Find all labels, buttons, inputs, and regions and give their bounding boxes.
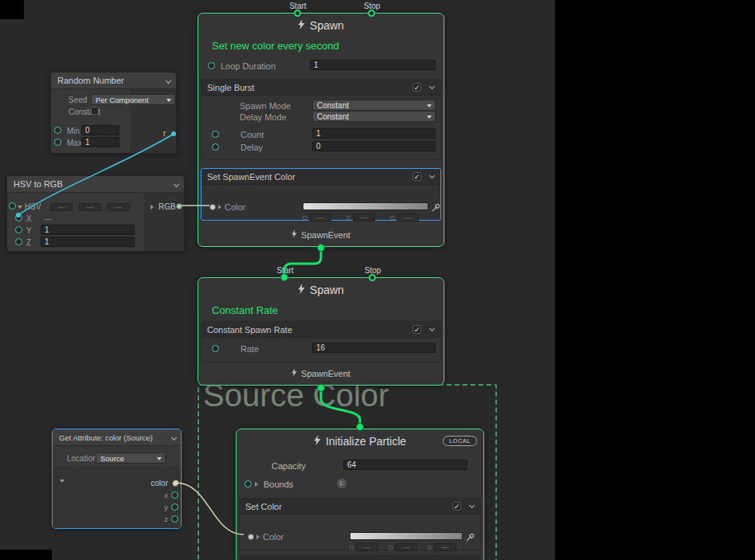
color-expander-icon[interactable] xyxy=(218,205,221,210)
spawnevent-output: SpawnEvent xyxy=(198,368,444,378)
z-port[interactable] xyxy=(15,238,22,245)
random-number-collapse-icon[interactable] xyxy=(166,78,171,84)
vfx-graph-canvas[interactable]: Source Color Start Stop Spawn Set new co… xyxy=(0,0,755,560)
delay-mode-dropdown[interactable]: Constant xyxy=(312,111,436,122)
attr-expander-icon[interactable] xyxy=(60,480,65,483)
x-output-label: x xyxy=(164,491,168,499)
x-connected-value: — xyxy=(44,214,52,223)
hsv-sub-x: — xyxy=(50,203,72,211)
z-output-port[interactable] xyxy=(171,515,178,523)
constant-spawn-rate-enabled-checkbox[interactable] xyxy=(413,325,421,334)
color-sub-y: — xyxy=(346,213,375,221)
hsv-port[interactable] xyxy=(9,202,16,210)
loop-duration-port[interactable] xyxy=(208,62,215,69)
local-space-badge[interactable]: LOCAL xyxy=(443,436,477,446)
node-title-random-number: Random Number xyxy=(51,72,176,89)
color-sub-z: — xyxy=(390,213,419,221)
location-dropdown[interactable]: Source xyxy=(96,452,166,464)
x-port[interactable] xyxy=(15,214,22,221)
system-note: Set new color every second xyxy=(212,40,339,52)
color-picker-icon[interactable] xyxy=(432,201,440,215)
color-gradient-field[interactable] xyxy=(303,202,428,210)
block-set-color[interactable]: Set Color Color — — — xyxy=(239,498,481,550)
z-output-label: z xyxy=(164,515,168,523)
bounds-label: Bounds xyxy=(264,480,293,489)
link-icon xyxy=(389,546,393,550)
block-constant-spawn-rate[interactable]: Constant Spawn Rate Rate 16 xyxy=(201,321,441,362)
color-expander-icon[interactable] xyxy=(256,535,260,539)
block-header-set-color: Set Color xyxy=(240,499,480,515)
loop-duration-field[interactable]: 1 xyxy=(310,60,436,70)
block-header-constant-spawn-rate: Constant Spawn Rate xyxy=(201,322,440,338)
bounds-expander-icon[interactable] xyxy=(255,482,258,487)
color-label: Color xyxy=(263,532,284,542)
constant-spawn-rate-collapse-icon[interactable] xyxy=(429,326,435,331)
min-label: Min xyxy=(67,127,80,135)
count-port[interactable] xyxy=(212,131,219,138)
rgb-output-port[interactable] xyxy=(176,203,182,210)
x-label: X xyxy=(26,214,32,223)
node-get-attribute-color[interactable]: Get Attribute: color (Source) Location S… xyxy=(52,429,182,529)
single-burst-enabled-checkbox[interactable] xyxy=(413,83,421,92)
node-random-number[interactable]: Random Number Seed Per Component Constan… xyxy=(50,72,177,154)
node-spawn-2[interactable]: Start Stop Spawn Constant Rate Constant … xyxy=(198,277,444,386)
block-set-spawnevent-color[interactable]: Set SpawnEvent Color Color — — — xyxy=(201,168,441,221)
single-burst-collapse-icon[interactable] xyxy=(429,84,435,89)
bounds-link-badge[interactable]: L xyxy=(337,479,346,488)
constant-checkbox[interactable] xyxy=(91,107,99,115)
y-output-port[interactable] xyxy=(171,503,178,511)
delay-field[interactable]: 0 xyxy=(312,141,436,151)
color-port[interactable] xyxy=(248,534,254,540)
spawn-bolt-icon xyxy=(298,284,305,296)
block-single-burst[interactable]: Single Burst Spawn Mode Constant Delay M… xyxy=(201,79,441,160)
color-output-port[interactable] xyxy=(172,480,178,487)
set-spawnevent-color-collapse-icon[interactable] xyxy=(429,173,435,178)
z-field[interactable]: 1 xyxy=(41,237,135,247)
z-label: Z xyxy=(26,238,31,247)
y-output-label: y xyxy=(164,503,168,511)
rate-field[interactable]: 16 xyxy=(312,343,436,353)
delay-mode-label: Delay Mode xyxy=(240,112,287,122)
min-field[interactable]: 0 xyxy=(81,125,119,135)
get-attribute-collapse-icon[interactable] xyxy=(171,435,177,441)
capacity-label: Capacity xyxy=(272,461,306,471)
spawn-mode-label: Spawn Mode xyxy=(240,101,291,111)
block-header-single-burst: Single Burst xyxy=(201,80,440,96)
hsv-expander-icon[interactable] xyxy=(18,206,22,209)
set-spawnevent-color-enabled-checkbox[interactable] xyxy=(413,172,421,181)
node-initialize-particle[interactable]: Initialize Particle LOCAL Capacity 64 Bo… xyxy=(236,429,484,560)
flow-label-start: Start xyxy=(276,266,293,275)
block-header-set-spawnevent-color: Set SpawnEvent Color xyxy=(201,169,440,185)
node-title-get-attribute: Get Attribute: color (Source) xyxy=(53,429,181,446)
capacity-field[interactable]: 64 xyxy=(343,460,467,470)
spawnevent-bolt-icon xyxy=(291,368,297,378)
rate-port[interactable] xyxy=(212,345,219,352)
y-port[interactable] xyxy=(15,226,22,233)
location-label: Location xyxy=(67,454,97,463)
seed-dropdown[interactable]: Per Component xyxy=(91,94,175,105)
min-port[interactable] xyxy=(54,127,61,134)
delay-port[interactable] xyxy=(212,143,219,151)
max-port[interactable] xyxy=(54,139,61,146)
color-picker-icon[interactable] xyxy=(466,531,475,545)
color-sub-z: — xyxy=(428,543,456,551)
set-color-enabled-checkbox[interactable] xyxy=(452,502,461,511)
spawn-mode-dropdown[interactable]: Constant xyxy=(312,100,436,111)
max-field[interactable]: 1 xyxy=(81,137,119,147)
color-port[interactable] xyxy=(209,204,216,210)
hsv-to-rgb-collapse-icon[interactable] xyxy=(174,182,179,187)
node-hsv-to-rgb[interactable]: HSV to RGB HSV — — — X — Y 1 Z 1 RGB xyxy=(6,175,185,252)
link-icon xyxy=(346,216,350,220)
node-spawn-1[interactable]: Start Stop Spawn Set new color every sec… xyxy=(198,13,444,247)
hsv-label: HSV xyxy=(25,202,41,211)
y-field[interactable]: 1 xyxy=(41,225,135,235)
bounds-port[interactable] xyxy=(244,480,252,488)
link-icon xyxy=(350,546,354,550)
count-field[interactable]: 1 xyxy=(312,128,436,139)
x-output-port[interactable] xyxy=(171,491,178,499)
rate-label: Rate xyxy=(241,344,259,354)
rgb-expander-icon[interactable] xyxy=(151,205,154,210)
color-gradient-field[interactable] xyxy=(350,532,463,540)
set-color-collapse-icon[interactable] xyxy=(469,503,475,508)
output-column xyxy=(144,193,184,251)
